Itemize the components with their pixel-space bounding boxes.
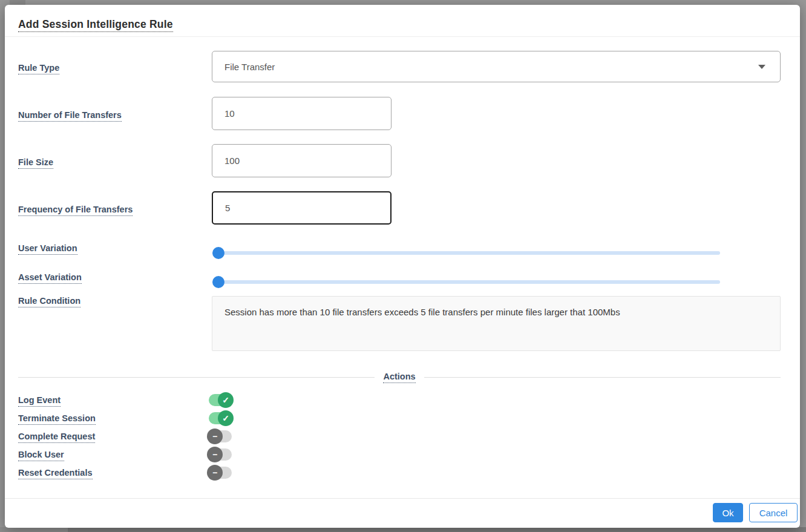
action-row-complete-request: Complete Request ✓ −	[18, 427, 232, 445]
action-row-log-event: Log Event ✓ −	[18, 391, 232, 409]
reset-credentials-label: Reset Credentials	[18, 468, 209, 478]
rule-type-label: Rule Type	[18, 63, 59, 73]
dimmed-page-background	[10, 0, 25, 5]
actions-heading: Actions	[383, 372, 415, 383]
action-row-terminate-session: Terminate Session ✓ −	[18, 409, 232, 427]
terminate-session-label: Terminate Session	[18, 413, 209, 423]
asset-variation-label: Asset Variation	[18, 272, 82, 282]
toggle-knob: ✓ −	[207, 465, 223, 481]
file-size-input[interactable]	[212, 144, 392, 177]
toggle-knob: ✓ −	[218, 392, 234, 408]
block-user-label: Block User	[18, 450, 209, 459]
block-user-toggle[interactable]: ✓ −	[209, 448, 232, 461]
minus-icon: −	[212, 450, 217, 459]
number-of-file-transfers-input[interactable]	[212, 97, 392, 130]
complete-request-label: Complete Request	[18, 432, 209, 441]
log-event-toggle[interactable]: ✓ −	[209, 394, 232, 406]
ok-button[interactable]: Ok	[713, 503, 743, 522]
frequency-of-file-transfers-label: Frequency of File Transfers	[18, 205, 133, 214]
dimmed-page-background	[0, 527, 68, 532]
dimmed-page-background	[0, 527, 806, 532]
action-row-block-user: Block User ✓ −	[18, 445, 232, 464]
cancel-button[interactable]: Cancel	[749, 503, 798, 522]
actions-section-divider: Actions	[18, 370, 781, 384]
rule-condition-label: Rule Condition	[18, 296, 80, 306]
rule-condition-textarea[interactable]: Session has more than 10 file transfers …	[212, 296, 781, 351]
minus-icon: −	[212, 468, 217, 478]
log-event-label: Log Event	[18, 395, 209, 405]
toggle-knob: ✓ −	[207, 447, 223, 462]
divider-line	[424, 377, 781, 378]
minus-icon: −	[212, 432, 217, 441]
asset-variation-slider-track[interactable]	[213, 280, 720, 284]
chevron-down-icon	[758, 65, 765, 69]
number-of-file-transfers-label: Number of File Transfers	[18, 110, 122, 120]
user-variation-slider-track[interactable]	[213, 251, 720, 255]
check-icon: ✓	[222, 413, 229, 423]
toggle-knob: ✓ −	[207, 429, 223, 444]
header-divider	[5, 36, 800, 37]
frequency-of-file-transfers-input[interactable]	[212, 191, 392, 225]
rule-type-selected-value: File Transfer	[224, 62, 758, 72]
add-session-intelligence-rule-dialog: Add Session Intelligence Rule Rule Type …	[5, 5, 800, 528]
action-row-reset-credentials: Reset Credentials ✓ −	[18, 464, 232, 482]
user-variation-slider-thumb[interactable]	[212, 247, 224, 259]
rule-type-select[interactable]: File Transfer	[212, 51, 781, 82]
reset-credentials-toggle[interactable]: ✓ −	[209, 467, 232, 479]
check-icon: ✓	[222, 395, 229, 405]
terminate-session-toggle[interactable]: ✓ −	[209, 412, 232, 424]
complete-request-toggle[interactable]: ✓ −	[209, 430, 232, 442]
user-variation-label: User Variation	[18, 243, 77, 253]
footer-divider	[5, 498, 800, 499]
file-size-label: File Size	[18, 157, 53, 167]
toggle-knob: ✓ −	[218, 410, 234, 426]
dialog-title: Add Session Intelligence Rule	[18, 18, 173, 31]
asset-variation-slider-thumb[interactable]	[212, 276, 224, 288]
divider-line	[18, 377, 375, 378]
